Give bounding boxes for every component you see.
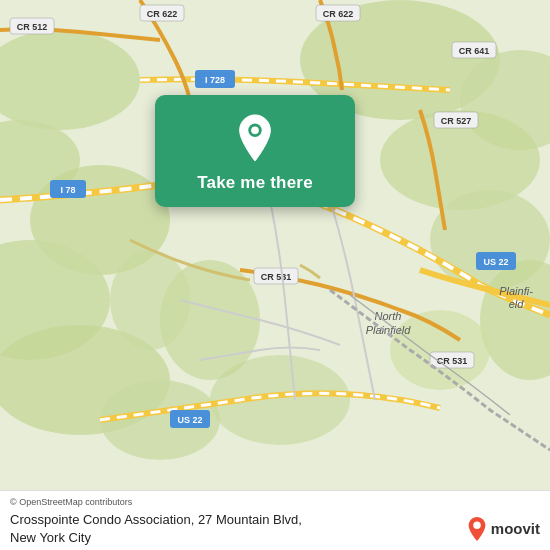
svg-text:US 22: US 22 xyxy=(177,415,202,425)
svg-point-15 xyxy=(110,250,190,350)
address-text: Crosspointe Condo Association, 27 Mounta… xyxy=(10,511,302,546)
svg-text:CR 527: CR 527 xyxy=(441,116,472,126)
take-me-there-card[interactable]: Take me there xyxy=(155,95,355,207)
moovit-brand-icon xyxy=(466,516,488,542)
svg-point-46 xyxy=(473,521,480,528)
svg-text:eld: eld xyxy=(509,298,525,310)
location-pin-icon xyxy=(233,113,277,163)
svg-text:Plainfi-: Plainfi- xyxy=(499,285,533,297)
svg-text:CR 622: CR 622 xyxy=(323,9,354,19)
footer: © OpenStreetMap contributors Crosspointe… xyxy=(0,490,550,550)
osm-attribution: © OpenStreetMap contributors xyxy=(10,497,540,507)
svg-point-12 xyxy=(390,310,490,390)
take-me-there-label: Take me there xyxy=(197,173,313,193)
svg-text:CR 641: CR 641 xyxy=(459,46,490,56)
svg-text:CR 531: CR 531 xyxy=(261,272,292,282)
address-line: Crosspointe Condo Association, 27 Mounta… xyxy=(10,511,540,546)
svg-text:CR 622: CR 622 xyxy=(147,9,178,19)
moovit-logo: moovit xyxy=(466,516,540,542)
svg-point-45 xyxy=(251,126,259,134)
address-line1: Crosspointe Condo Association, 27 Mounta… xyxy=(10,512,302,527)
svg-text:I 78: I 78 xyxy=(60,185,75,195)
svg-text:CR 531: CR 531 xyxy=(437,356,468,366)
map-area: I 78 I 78 I 728 CR 512 CR 622 CR 622 CR … xyxy=(0,0,550,490)
svg-text:I 728: I 728 xyxy=(205,75,225,85)
map-svg: I 78 I 78 I 728 CR 512 CR 622 CR 622 CR … xyxy=(0,0,550,490)
svg-text:US 22: US 22 xyxy=(483,257,508,267)
address-line2: New York City xyxy=(10,530,91,545)
osm-text: © OpenStreetMap contributors xyxy=(10,497,132,507)
svg-text:CR 512: CR 512 xyxy=(17,22,48,32)
moovit-text: moovit xyxy=(491,520,540,537)
